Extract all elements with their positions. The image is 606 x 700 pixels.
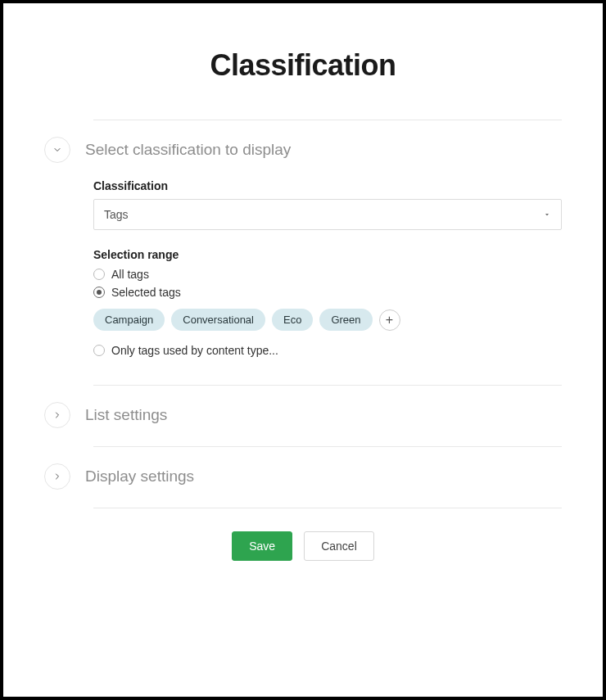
section-title: Select classification to display xyxy=(85,141,291,159)
radio-icon xyxy=(93,345,105,356)
radio-label: All tags xyxy=(111,268,149,281)
toggle-circle xyxy=(44,137,70,163)
footer: Save Cancel xyxy=(44,531,562,561)
section-header-display-settings[interactable]: Display settings xyxy=(44,463,562,490)
radio-label: Only tags used by content type... xyxy=(111,344,278,357)
radio-all-tags[interactable]: All tags xyxy=(93,268,562,281)
caret-down-icon xyxy=(543,207,551,222)
section-body-classification: Classification Tags Selection range All … xyxy=(93,179,562,385)
tag-pill[interactable]: Conversational xyxy=(171,309,265,331)
section-header-classification[interactable]: Select classification to display xyxy=(44,137,562,163)
radio-label: Selected tags xyxy=(111,286,181,299)
toggle-circle xyxy=(44,402,70,428)
divider xyxy=(93,120,562,120)
radio-only-content-type[interactable]: Only tags used by content type... xyxy=(93,344,562,357)
section-classification: Select classification to display Classif… xyxy=(44,137,562,386)
save-button[interactable]: Save xyxy=(232,531,292,561)
chevron-right-icon xyxy=(52,472,62,481)
plus-icon: + xyxy=(386,313,393,327)
divider xyxy=(93,385,562,386)
radio-icon xyxy=(93,287,105,298)
tag-pill[interactable]: Campaign xyxy=(93,309,165,331)
select-value: Tags xyxy=(104,208,129,221)
tag-pill[interactable]: Green xyxy=(319,309,372,331)
section-header-list-settings[interactable]: List settings xyxy=(44,402,562,428)
chevron-right-icon xyxy=(52,410,62,420)
toggle-circle xyxy=(44,463,70,490)
divider xyxy=(93,446,562,447)
radio-icon xyxy=(93,269,105,280)
divider xyxy=(93,508,562,508)
radio-selected-tags[interactable]: Selected tags xyxy=(93,286,562,299)
section-title: List settings xyxy=(85,406,167,424)
section-display-settings: Display settings xyxy=(44,463,562,508)
selected-tags-row: Campaign Conversational Eco Green + xyxy=(93,309,562,331)
section-title: Display settings xyxy=(85,467,194,485)
section-list-settings: List settings xyxy=(44,402,562,447)
label-classification: Classification xyxy=(93,179,562,192)
cancel-button[interactable]: Cancel xyxy=(304,531,374,561)
radio-dot-icon xyxy=(97,290,102,295)
page-title: Classification xyxy=(44,48,562,83)
chevron-down-icon xyxy=(52,145,62,155)
tag-pill[interactable]: Eco xyxy=(272,309,313,331)
add-tag-button[interactable]: + xyxy=(379,309,400,331)
select-classification[interactable]: Tags xyxy=(93,199,562,230)
label-selection-range: Selection range xyxy=(93,248,562,261)
